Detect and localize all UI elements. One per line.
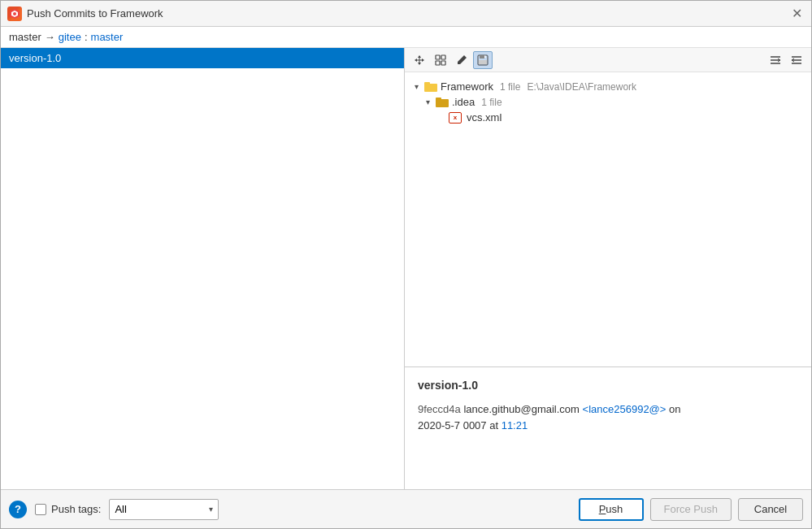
chevron-down-icon: ▾ bbox=[423, 98, 432, 106]
target-branch[interactable]: master bbox=[91, 31, 124, 43]
push-tags-row: Push tags: bbox=[35, 503, 101, 515]
chevron-down-icon: ▾ bbox=[411, 82, 421, 91]
svg-rect-5 bbox=[436, 61, 440, 65]
branch-separator: : bbox=[85, 31, 88, 43]
bottom-left: ? Push tags: All ▾ bbox=[9, 499, 219, 520]
save-icon[interactable] bbox=[473, 51, 493, 69]
branch-arrow: → bbox=[45, 31, 55, 43]
remote-name[interactable]: gitee bbox=[59, 31, 81, 43]
push-button-label: Push bbox=[599, 503, 623, 515]
collapse-all-icon[interactable] bbox=[766, 51, 785, 69]
folder-icon-framework bbox=[424, 81, 437, 93]
title-bar-left: Push Commits to Framework bbox=[7, 7, 163, 21]
commit-item[interactable]: version-1.0 bbox=[1, 48, 404, 68]
commit-email: <lance256992@> bbox=[583, 403, 667, 415]
idea-folder-item[interactable]: ▾ .idea 1 file bbox=[410, 94, 806, 110]
push-tags-label: Push tags: bbox=[51, 503, 101, 515]
title-bar: Push Commits to Framework ✕ bbox=[1, 1, 811, 27]
commit-detail-title: version-1.0 bbox=[418, 379, 798, 392]
root-path: E:\Java\IDEA\Framework bbox=[527, 81, 636, 93]
tags-select-value: All bbox=[115, 503, 126, 515]
svg-rect-18 bbox=[424, 82, 430, 85]
svg-rect-4 bbox=[441, 55, 445, 59]
vcs-xml-item[interactable]: ▾ x vcs.xml bbox=[410, 110, 806, 125]
svg-rect-10 bbox=[484, 55, 486, 58]
commit-time: 11:21 bbox=[502, 419, 528, 431]
commits-panel: version-1.0 bbox=[1, 48, 405, 489]
grid-icon[interactable] bbox=[431, 51, 450, 69]
edit-icon[interactable] bbox=[452, 51, 471, 69]
commit-hash: 9feccd4a bbox=[418, 403, 461, 415]
commit-label: version-1.0 bbox=[9, 52, 61, 64]
folder-icon-idea bbox=[436, 97, 449, 108]
tree-root-item[interactable]: ▾ Framework 1 file E:\Java\IDEA\Framewor… bbox=[410, 79, 806, 94]
app-icon bbox=[7, 7, 22, 21]
idea-file-count: 1 file bbox=[481, 97, 502, 108]
bottom-bar: ? Push tags: All ▾ Push Force Push Cance… bbox=[1, 489, 811, 528]
file-tree: ▾ Framework 1 file E:\Java\IDEA\Framewor… bbox=[405, 72, 811, 367]
commit-author: lance.github@gmail.com bbox=[463, 403, 580, 415]
branch-bar: master → gitee : master bbox=[1, 27, 811, 48]
svg-rect-9 bbox=[479, 60, 487, 64]
expand-all-icon[interactable] bbox=[787, 51, 806, 69]
push-rest-label: ush bbox=[606, 503, 623, 515]
cancel-button[interactable]: Cancel bbox=[738, 498, 803, 521]
push-commits-dialog: Push Commits to Framework ✕ master → git… bbox=[0, 0, 812, 529]
commit-detail-meta: 9feccd4a lance.github@gmail.com <lance25… bbox=[418, 401, 798, 433]
svg-rect-8 bbox=[480, 55, 484, 59]
files-panel: ▾ Framework 1 file E:\Java\IDEA\Framewor… bbox=[405, 48, 811, 489]
svg-rect-6 bbox=[441, 61, 445, 65]
svg-rect-20 bbox=[436, 98, 441, 101]
bottom-right: Push Force Push Cancel bbox=[579, 498, 803, 521]
dialog-title: Push Commits to Framework bbox=[27, 7, 163, 20]
commit-date: 2020-5-7 0007 at bbox=[418, 419, 498, 431]
force-push-button[interactable]: Force Push bbox=[650, 498, 732, 521]
commit-preposition: on bbox=[669, 403, 680, 415]
root-folder-name: Framework bbox=[441, 80, 493, 93]
root-file-count: 1 file bbox=[500, 81, 520, 93]
tags-dropdown[interactable]: All ▾ bbox=[109, 499, 219, 520]
close-button[interactable]: ✕ bbox=[788, 6, 805, 22]
help-button[interactable]: ? bbox=[9, 501, 27, 518]
chevron-down-icon: ▾ bbox=[209, 505, 213, 514]
move-icon[interactable] bbox=[410, 51, 429, 69]
main-area: version-1.0 bbox=[1, 48, 811, 489]
files-toolbar bbox=[405, 48, 811, 72]
push-button[interactable]: Push bbox=[579, 498, 644, 521]
vcs-xml-filename: vcs.xml bbox=[467, 111, 502, 124]
push-tags-checkbox[interactable] bbox=[35, 504, 46, 515]
toolbar-left bbox=[410, 51, 493, 69]
commit-detail-panel: version-1.0 9feccd4a lance.github@gmail.… bbox=[405, 367, 811, 489]
svg-rect-3 bbox=[436, 55, 440, 59]
source-branch: master bbox=[9, 31, 41, 43]
toolbar-right bbox=[766, 51, 806, 69]
idea-folder-name: .idea bbox=[452, 96, 475, 108]
xml-file-icon: x bbox=[449, 112, 462, 124]
svg-point-2 bbox=[13, 12, 16, 15]
